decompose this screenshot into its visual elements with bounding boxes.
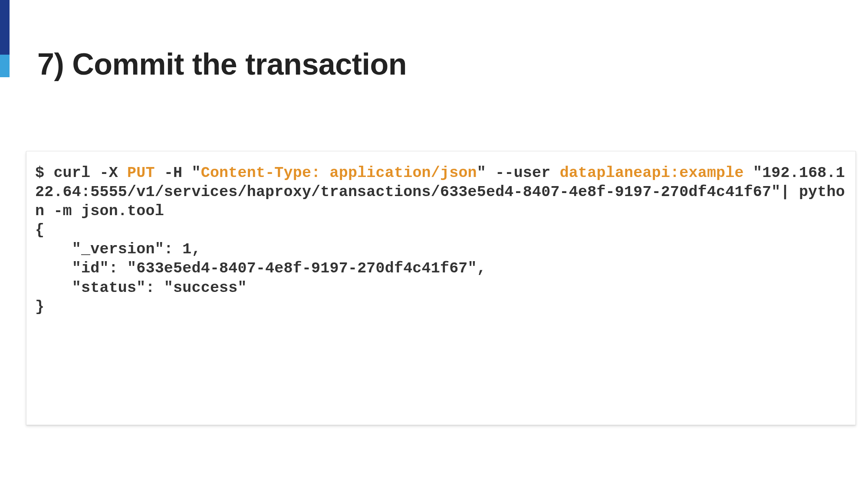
code-text: " --user	[477, 164, 560, 182]
code-highlight-header: Content-Type: application/json	[201, 164, 477, 182]
code-output: { "_version": 1, "id": "633e5ed4-8407-4e…	[35, 222, 486, 315]
slide-title: 7) Commit the transaction	[37, 47, 407, 82]
accent-bar-dark	[0, 0, 10, 55]
code-text: $ curl -X	[35, 164, 127, 182]
code-highlight-credentials: dataplaneapi:example	[560, 164, 744, 182]
code-block: $ curl -X PUT -H "Content-Type: applicat…	[35, 164, 847, 317]
code-text: -H "	[155, 164, 201, 182]
accent-bar-light	[0, 55, 10, 77]
code-highlight-method: PUT	[127, 164, 155, 182]
slide: 7) Commit the transaction $ curl -X PUT …	[0, 0, 868, 488]
code-card: $ curl -X PUT -H "Content-Type: applicat…	[26, 151, 856, 425]
